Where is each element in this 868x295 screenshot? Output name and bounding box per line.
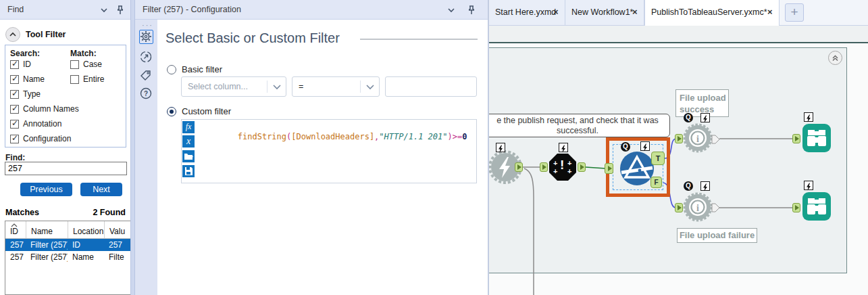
checkbox-annotation[interactable]: Annotation bbox=[10, 119, 61, 129]
close-icon[interactable]: × bbox=[767, 7, 773, 17]
filter-macro-tool[interactable] bbox=[619, 150, 655, 187]
page-title: Select Basic or Custom Filter bbox=[165, 30, 340, 46]
radio-label: Basic filter bbox=[182, 64, 222, 74]
panel-divider[interactable] bbox=[130, 0, 135, 295]
pin-icon[interactable] bbox=[115, 5, 126, 16]
true-output-anchor[interactable]: T bbox=[651, 152, 665, 165]
question-anchor-badge[interactable]: Q bbox=[684, 181, 693, 191]
lightning-badge-icon[interactable] bbox=[559, 143, 568, 152]
tool-filter-groupbox: Search: Match: ID Name Type Column Names… bbox=[5, 45, 126, 148]
lightning-badge-icon[interactable] bbox=[804, 112, 813, 122]
tab-publish-to-tableau[interactable]: PublishToTableauServer.yxmc* × bbox=[644, 0, 780, 26]
question-anchor-badge[interactable]: Q bbox=[684, 113, 693, 122]
browse-tool-success[interactable] bbox=[802, 123, 832, 153]
chevron-down-icon[interactable] bbox=[99, 5, 109, 16]
lightning-badge-icon[interactable] bbox=[640, 141, 650, 151]
message-tool-success[interactable]: i bbox=[683, 123, 713, 153]
configuration-content: Select Basic or Custom Filter Basic filt… bbox=[157, 20, 488, 295]
variable-icon[interactable]: x bbox=[182, 135, 195, 148]
configuration-panel-header: Filter (257) - Configuration bbox=[135, 0, 488, 20]
checkbox-box[interactable] bbox=[70, 75, 79, 84]
lightning-badge-icon[interactable] bbox=[700, 113, 710, 122]
custom-filter-radio[interactable]: Custom filter bbox=[167, 106, 231, 116]
operator-dropdown[interactable]: = bbox=[292, 76, 380, 97]
save-icon[interactable] bbox=[182, 165, 195, 177]
checkbox-label: Entire bbox=[83, 74, 104, 84]
browse-tool-failure[interactable] bbox=[802, 191, 832, 221]
previous-button[interactable]: Previous bbox=[20, 183, 72, 196]
column-header-id[interactable]: ID bbox=[5, 221, 26, 238]
fx-icon[interactable]: fx bbox=[182, 121, 195, 133]
find-field-label: Find: bbox=[5, 153, 25, 162]
column-header-value[interactable]: Valu bbox=[104, 221, 131, 238]
svg-text:i: i bbox=[696, 203, 699, 213]
input-anchor[interactable] bbox=[792, 203, 800, 212]
checkbox-name[interactable]: Name bbox=[10, 74, 45, 84]
formula-expression[interactable]: findString([DownloadHeaders],"HTTP/1.1 2… bbox=[199, 122, 467, 151]
checkbox-box[interactable] bbox=[10, 60, 19, 69]
find-panel-title: Find bbox=[7, 5, 24, 14]
checkbox-box[interactable] bbox=[10, 75, 19, 84]
table-row[interactable]: 257 Filter (257) ID 257 bbox=[5, 239, 132, 251]
tool-filter-heading: Tool Filter bbox=[26, 30, 66, 39]
open-folder-icon[interactable] bbox=[182, 150, 195, 162]
failure-annotation[interactable]: File upload failure bbox=[677, 228, 757, 243]
find-panel: Find Tool Filter Search: Match: ID Name … bbox=[0, 0, 130, 295]
output-anchor[interactable] bbox=[515, 162, 523, 172]
help-tab-button[interactable]: ? bbox=[139, 87, 153, 101]
false-output-anchor[interactable]: F bbox=[650, 177, 662, 188]
checkbox-box[interactable] bbox=[10, 105, 19, 114]
formula-editor[interactable]: fx x findString([DownloadHeaders],"HTTP/… bbox=[181, 119, 477, 183]
checkbox-box[interactable] bbox=[10, 135, 19, 143]
checkbox-label: Annotation bbox=[23, 119, 61, 129]
chevron-down-icon[interactable] bbox=[446, 5, 457, 16]
formula-function: findString bbox=[238, 132, 286, 141]
table-row[interactable]: 257 Filter (257) Name Filte bbox=[5, 251, 132, 263]
checkbox-column-names[interactable]: Column Names bbox=[10, 104, 79, 114]
lightning-badge-icon[interactable] bbox=[496, 143, 505, 152]
lightning-badge-icon[interactable] bbox=[700, 181, 710, 191]
input-anchor[interactable] bbox=[605, 163, 613, 174]
output-anchor[interactable] bbox=[578, 162, 586, 172]
pin-icon[interactable] bbox=[466, 5, 477, 16]
configuration-tab-button[interactable] bbox=[139, 30, 153, 44]
column-select-dropdown[interactable]: Select column... bbox=[181, 76, 286, 97]
radio-circle[interactable] bbox=[167, 107, 176, 116]
chevron-down-icon bbox=[365, 84, 375, 91]
find-input[interactable] bbox=[5, 162, 127, 175]
lightning-badge-icon[interactable] bbox=[804, 181, 813, 190]
tool-filter-collapse-button[interactable] bbox=[5, 27, 20, 42]
next-button[interactable]: Next bbox=[80, 183, 122, 196]
checkbox-type[interactable]: Type bbox=[10, 89, 41, 99]
checkbox-id[interactable]: ID bbox=[10, 60, 31, 69]
checkbox-case[interactable]: Case bbox=[70, 60, 102, 69]
radio-label: Custom filter bbox=[182, 106, 231, 116]
checkbox-box[interactable] bbox=[10, 90, 19, 99]
match-column-label: Match: bbox=[70, 49, 97, 58]
radio-circle[interactable] bbox=[167, 65, 176, 74]
annotation-tab-button[interactable] bbox=[139, 69, 153, 83]
navigation-tab-button[interactable] bbox=[139, 50, 153, 64]
input-anchor[interactable] bbox=[675, 134, 683, 143]
formula-operator: )>= bbox=[448, 132, 463, 141]
message-tool-failure[interactable]: i bbox=[683, 192, 713, 222]
output-anchor[interactable] bbox=[711, 135, 720, 144]
input-anchor[interactable] bbox=[792, 134, 800, 143]
checkbox-configuration[interactable]: Configuration bbox=[10, 134, 71, 143]
test-tool[interactable]: + + + + ! bbox=[549, 154, 576, 181]
exclamation-glyph: ! bbox=[560, 158, 564, 173]
checkbox-box[interactable] bbox=[70, 60, 79, 69]
column-header-name[interactable]: Name bbox=[26, 221, 68, 238]
formula-field: [DownloadHeaders] bbox=[291, 132, 374, 141]
output-anchor[interactable] bbox=[711, 203, 720, 212]
comment-box[interactable]: e the publish request, and check that it… bbox=[488, 114, 670, 137]
filter-value-input[interactable] bbox=[385, 76, 477, 97]
column-header-location[interactable]: Location bbox=[68, 221, 104, 238]
matches-table-header[interactable]: ID Name Location Valu bbox=[5, 221, 132, 239]
checkbox-entire[interactable]: Entire bbox=[70, 74, 104, 84]
basic-filter-radio[interactable]: Basic filter bbox=[167, 64, 222, 74]
checkbox-box[interactable] bbox=[10, 120, 19, 129]
input-anchor[interactable] bbox=[675, 203, 683, 212]
panel-grip-dots[interactable]: ··· bbox=[142, 21, 153, 29]
input-anchor[interactable] bbox=[540, 162, 548, 172]
